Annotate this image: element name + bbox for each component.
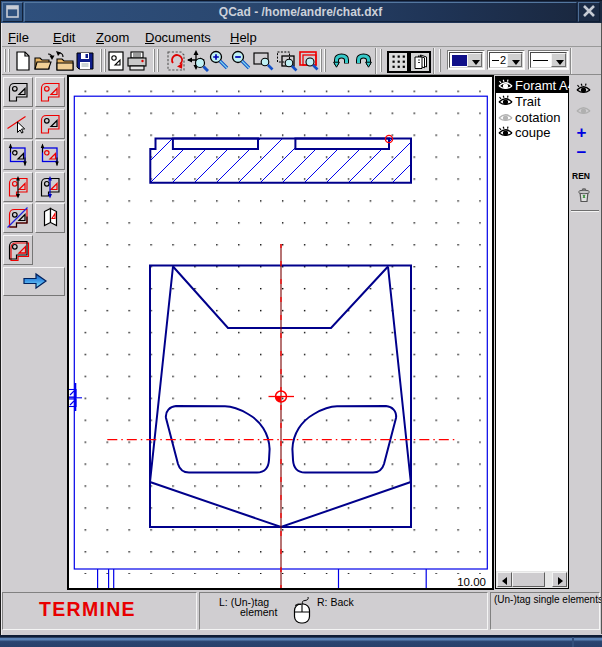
svg-text:10.00: 10.00	[457, 576, 486, 588]
